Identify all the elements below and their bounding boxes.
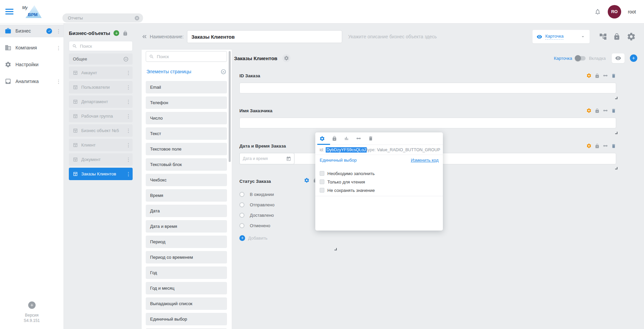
field-lock-icon[interactable] (595, 143, 600, 149)
checkbox-icon[interactable] (320, 171, 324, 176)
add-button[interactable] (28, 301, 36, 309)
object-item-document[interactable]: Документ ⋮ (69, 153, 133, 166)
object-item-client[interactable]: Клиент ⋮ (69, 139, 133, 151)
sidebar-item-business[interactable]: Бизнес ⋮ (0, 25, 63, 37)
element-item-textfield[interactable]: Текстовое поле (146, 143, 227, 155)
mode-card-label[interactable]: Карточка (554, 56, 572, 61)
element-item-textblock[interactable]: Текстовый блок (146, 158, 227, 171)
element-item-phone[interactable]: Телефон (146, 96, 227, 109)
kebab-icon[interactable]: ⋮ (126, 99, 130, 104)
hamburger-menu-icon[interactable] (5, 7, 13, 16)
radio-icon[interactable] (239, 202, 244, 207)
sidebar-item-analytics[interactable]: Аналитика ⋮ (0, 75, 63, 88)
close-icon[interactable] (134, 15, 140, 21)
radio-icon[interactable] (239, 213, 244, 218)
collapse-icon[interactable] (221, 69, 226, 75)
mode-tab-label[interactable]: Вкладка (589, 56, 606, 61)
scrollbar[interactable] (229, 51, 231, 162)
option-readonly[interactable]: Только для чтения (320, 178, 439, 186)
popup-tab-resize-icon[interactable] (356, 136, 361, 141)
view-selector[interactable]: Карточка (533, 30, 590, 43)
object-item-department[interactable]: Департамент ⋮ (69, 95, 133, 108)
element-item-checkbox[interactable]: Чекбокс (146, 174, 227, 186)
kebab-icon[interactable]: ⋮ (56, 79, 60, 84)
preview-button[interactable] (612, 53, 625, 63)
sidebar-item-settings[interactable]: Настройки (0, 58, 63, 71)
checkbox-icon[interactable] (320, 179, 324, 184)
element-item-dropdown[interactable]: Выпадающий список (146, 297, 227, 310)
resize-handle[interactable] (615, 97, 617, 99)
popup-tab-settings-gear-icon[interactable] (319, 136, 325, 141)
collapse-icon[interactable] (123, 56, 129, 62)
description-placeholder[interactable]: Укажите описание бизнес объекта здесь (348, 34, 437, 39)
kebab-icon[interactable]: ⋮ (126, 128, 130, 133)
relations-tree-icon[interactable] (599, 33, 607, 41)
object-item-users[interactable]: Пользователи ⋮ (69, 81, 133, 93)
element-item-period[interactable]: Период (146, 236, 227, 248)
gear-icon[interactable] (627, 32, 636, 41)
element-item-text[interactable]: Текст (146, 127, 227, 140)
element-item-date[interactable]: Дата (146, 205, 227, 217)
field-id-value[interactable]: DybDzyYFS9csQLoJ (326, 147, 366, 153)
field-settings-gear-icon[interactable] (586, 108, 592, 113)
gear-icon[interactable] (282, 54, 290, 62)
kebab-icon[interactable]: ⋮ (126, 157, 130, 162)
avatar[interactable]: RO (608, 5, 621, 18)
resize-handle[interactable] (615, 167, 617, 169)
radio-icon[interactable] (239, 192, 244, 197)
field-resize-icon[interactable] (603, 143, 608, 149)
edit-code-link[interactable]: Изменить код (411, 158, 439, 163)
object-item-customer-orders[interactable]: Заказы Клиентов ⋮ (69, 168, 133, 180)
resize-handle[interactable] (334, 248, 337, 250)
kebab-icon[interactable]: ⋮ (126, 70, 130, 75)
element-item-number[interactable]: Число (146, 112, 227, 124)
field-lock-icon[interactable] (595, 73, 600, 78)
checkbox-icon[interactable] (320, 188, 324, 193)
lock-icon[interactable] (123, 31, 128, 36)
datetime-input[interactable] (243, 156, 284, 161)
element-item-year-month[interactable]: Год и месяц (146, 282, 227, 294)
field-settings-gear-icon[interactable] (304, 177, 310, 183)
text-input[interactable] (239, 118, 616, 128)
calendar-icon[interactable] (286, 156, 291, 161)
kebab-icon[interactable]: ⋮ (56, 29, 60, 34)
kebab-icon[interactable]: ⋮ (126, 142, 130, 148)
field-settings-gear-icon[interactable] (586, 73, 592, 78)
collapse-panel-icon[interactable] (141, 33, 148, 40)
lock-icon[interactable] (613, 33, 620, 40)
field-delete-icon[interactable] (611, 73, 616, 78)
kebab-icon[interactable]: ⋮ (56, 45, 60, 50)
element-item-year[interactable]: Год (146, 266, 227, 279)
field-delete-icon[interactable] (611, 143, 616, 149)
kebab-icon[interactable]: ⋮ (126, 171, 130, 176)
field-resize-icon[interactable] (603, 73, 608, 78)
field-delete-icon[interactable] (611, 108, 616, 113)
kebab-icon[interactable]: ⋮ (126, 114, 130, 119)
option-required[interactable]: Необходимо заполнить (320, 170, 439, 177)
object-item-object5[interactable]: Бизнес объект №5 ⋮ (69, 124, 133, 137)
objects-search[interactable] (69, 41, 133, 51)
object-item-account[interactable]: Аккаунт ⋮ (69, 67, 133, 79)
popup-tab-lock-icon[interactable] (332, 136, 337, 141)
field-settings-gear-icon[interactable] (586, 143, 592, 149)
search-input[interactable] (157, 54, 224, 59)
element-item-datetime[interactable]: Дата и время (146, 220, 227, 233)
card-tab-toggle[interactable] (576, 56, 586, 60)
elements-search[interactable] (146, 51, 227, 62)
search-input[interactable] (80, 44, 129, 49)
object-name-input[interactable] (187, 30, 342, 43)
element-item-email[interactable]: Email (146, 81, 227, 93)
kebab-icon[interactable]: ⋮ (126, 85, 130, 90)
option-no-save[interactable]: Не сохранять значение (320, 187, 439, 194)
field-resize-icon[interactable] (603, 108, 608, 113)
field-lock-icon[interactable] (595, 108, 600, 113)
add-object-button[interactable] (113, 30, 119, 36)
bell-icon[interactable] (594, 8, 601, 15)
element-item-period-time[interactable]: Период со временем (146, 251, 227, 263)
add-page-button[interactable] (630, 54, 637, 62)
radio-icon[interactable] (239, 223, 244, 228)
element-item-single-choice[interactable]: Единичный выбор (146, 313, 227, 325)
add-option-button[interactable]: Добавить (239, 235, 616, 241)
sidebar-item-company[interactable]: Компания ⋮ (0, 41, 63, 54)
element-item-time[interactable]: Время (146, 189, 227, 202)
